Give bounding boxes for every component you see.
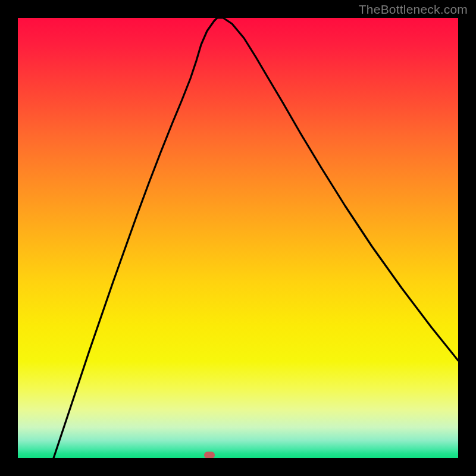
plot-area	[18, 18, 458, 458]
bottleneck-curve	[18, 18, 458, 458]
watermark-text: TheBottleneck.com	[359, 2, 468, 17]
chart-frame: TheBottleneck.com	[0, 0, 476, 476]
minimum-marker	[204, 452, 215, 458]
